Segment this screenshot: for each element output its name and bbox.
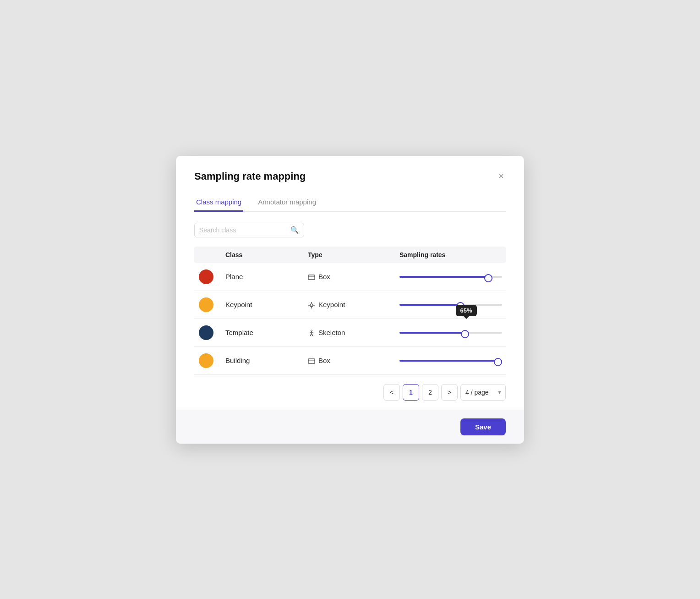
type-cell: Skeleton (304, 328, 396, 336)
slider-cell (396, 357, 506, 365)
per-page-select[interactable]: 4 / page 8 / page 16 / page (460, 384, 506, 401)
next-page-button[interactable]: > (441, 384, 458, 401)
type-cell: Box (304, 356, 396, 364)
pagination: < 1 2 > 4 / page 8 / page 16 / page ▼ (194, 375, 506, 410)
svg-line-9 (310, 334, 312, 336)
svg-rect-11 (308, 359, 315, 363)
slider-cell (396, 301, 506, 309)
search-box: 🔍 (194, 223, 304, 237)
class-name: Keypoint (222, 301, 304, 308)
table-row: Keypoint Keypoint (194, 291, 506, 319)
box-icon (308, 356, 315, 364)
class-name: Template (222, 329, 304, 336)
sampling-rate-slider[interactable] (399, 305, 502, 307)
col-header-class: Class (222, 251, 304, 258)
color-dot-cell (194, 297, 222, 312)
table-header: Class Type Sampling rates (194, 247, 506, 263)
tabs-container: Class mapping Annotator mapping (194, 193, 506, 212)
box-icon (308, 272, 315, 280)
table-row: Plane Box (194, 263, 506, 291)
svg-line-10 (312, 334, 313, 336)
slider-wrapper (399, 301, 502, 309)
svg-point-1 (310, 304, 313, 307)
slider-wrapper (399, 357, 502, 365)
col-header-type: Type (304, 251, 396, 258)
col-header-rates: Sampling rates (396, 251, 506, 258)
svg-point-6 (311, 330, 312, 331)
table-body: Plane Box Keypoint Key (194, 263, 506, 375)
slider-cell: 65% (396, 329, 506, 337)
type-label: Box (318, 273, 330, 280)
skeleton-icon (308, 328, 315, 336)
search-icon: 🔍 (290, 226, 299, 234)
sampling-rate-slider[interactable] (399, 361, 502, 363)
per-page-wrapper: 4 / page 8 / page 16 / page ▼ (460, 384, 506, 401)
modal-title: Sampling rate mapping (194, 170, 306, 182)
sampling-rate-slider[interactable] (399, 333, 502, 335)
color-dot (199, 297, 213, 312)
color-dot (199, 269, 213, 284)
type-cell: Keypoint (304, 300, 396, 308)
close-button[interactable]: × (497, 170, 506, 181)
page-1-button[interactable]: 1 (403, 384, 419, 401)
col-header-color (194, 251, 222, 258)
type-label: Skeleton (318, 329, 345, 336)
color-dot (199, 353, 213, 368)
class-name: Building (222, 357, 304, 364)
slider-cell (396, 273, 506, 281)
modal-footer: Save (176, 410, 524, 444)
keypoint-icon (308, 300, 315, 308)
tab-annotator-mapping[interactable]: Annotator mapping (256, 193, 318, 212)
table-row: Building Box (194, 347, 506, 375)
color-dot-cell (194, 353, 222, 368)
modal-header: Sampling rate mapping × (194, 170, 506, 182)
svg-rect-0 (308, 275, 315, 280)
type-label: Box (318, 357, 330, 364)
color-dot (199, 325, 213, 340)
sampling-rate-slider[interactable] (399, 277, 502, 279)
search-row: 🔍 (194, 223, 506, 237)
search-input[interactable] (199, 226, 289, 234)
modal: Sampling rate mapping × Class mapping An… (176, 156, 524, 444)
page-2-button[interactable]: 2 (422, 384, 438, 401)
slider-wrapper: 65% (399, 329, 502, 337)
table-row: Template Skeleton 65% (194, 319, 506, 347)
save-button[interactable]: Save (460, 418, 506, 435)
type-label: Keypoint (318, 301, 345, 308)
prev-page-button[interactable]: < (383, 384, 400, 401)
color-dot-cell (194, 269, 222, 284)
type-cell: Box (304, 272, 396, 280)
class-name: Plane (222, 273, 304, 280)
color-dot-cell (194, 325, 222, 340)
slider-wrapper (399, 273, 502, 281)
tab-class-mapping[interactable]: Class mapping (194, 193, 243, 212)
